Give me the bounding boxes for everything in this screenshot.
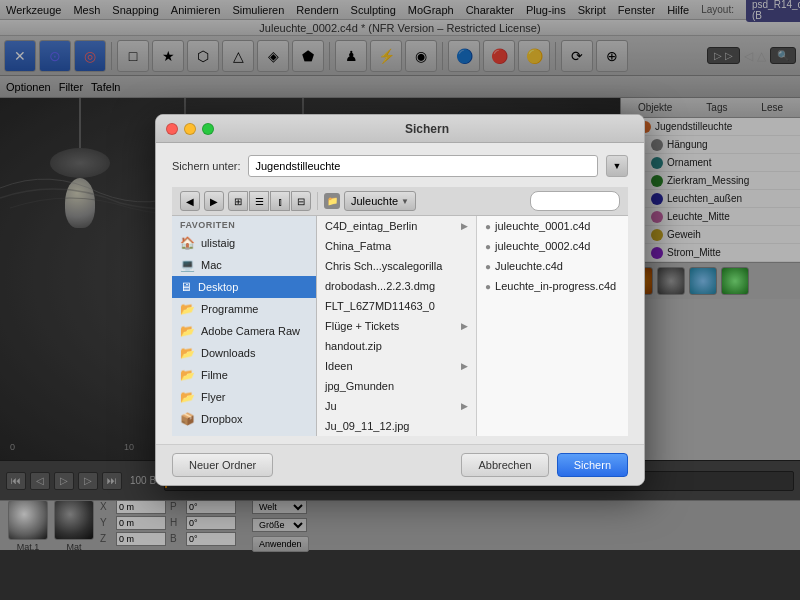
sidebar-item-ulistaig[interactable]: 🏠 ulistaig bbox=[172, 232, 316, 254]
sidebar-label: Programme bbox=[201, 303, 258, 315]
back-button[interactable]: ◀ bbox=[180, 191, 200, 211]
folder-item[interactable]: Ju ▶ bbox=[317, 396, 476, 416]
sidebar-label: ulistaig bbox=[201, 237, 235, 249]
maximize-button[interactable] bbox=[202, 123, 214, 135]
sidebar-label: Dropbox bbox=[201, 413, 243, 425]
browser-panes: FAVORITEN 🏠 ulistaig 💻 Mac 🖥 Desktop bbox=[172, 216, 628, 436]
home-icon: 🏠 bbox=[180, 236, 195, 250]
cancel-button[interactable]: Abbrechen bbox=[461, 453, 548, 477]
view-buttons: ⊞ ☰ ⫿ ⊟ bbox=[228, 191, 311, 211]
folder-icon: 📁 bbox=[324, 193, 340, 209]
filename-dropdown[interactable]: ▼ bbox=[606, 155, 628, 177]
folder-item[interactable]: Chris Sch...yscalegorilla bbox=[317, 256, 476, 276]
browser-toolbar: ◀ ▶ ⊞ ☰ ⫿ ⊟ 📁 Juleuchte ▼ bbox=[172, 187, 628, 216]
view-list[interactable]: ☰ bbox=[249, 191, 269, 211]
file-icon: ● bbox=[485, 281, 491, 292]
sidebar-label: Downloads bbox=[201, 347, 255, 359]
location-label: Juleuchte bbox=[351, 195, 398, 207]
folder-icon: 📂 bbox=[180, 390, 195, 404]
filename-input[interactable] bbox=[248, 155, 598, 177]
folder-item[interactable]: China_Fatma bbox=[317, 236, 476, 256]
sidebar-item-programme[interactable]: 📂 Programme bbox=[172, 298, 316, 320]
sidebar-item-mac[interactable]: 💻 Mac bbox=[172, 254, 316, 276]
dropbox-icon: 📦 bbox=[180, 412, 195, 426]
folder-icon: 📂 bbox=[180, 302, 195, 316]
sidebar-label: Adobe Camera Raw bbox=[201, 325, 300, 337]
dialog-titlebar: Sichern bbox=[156, 115, 644, 143]
file-icon: ● bbox=[485, 221, 491, 232]
toolbar-sep bbox=[317, 192, 318, 210]
new-folder-button[interactable]: Neuer Ordner bbox=[172, 453, 273, 477]
folder-item[interactable]: Flüge + Tickets ▶ bbox=[317, 316, 476, 336]
dialog-title: Sichern bbox=[220, 122, 634, 136]
favorites-header: FAVORITEN bbox=[172, 216, 316, 232]
location-button[interactable]: Juleuchte ▼ bbox=[344, 191, 416, 211]
arrow-icon: ▶ bbox=[461, 361, 468, 371]
file-item[interactable]: drobodash...2.2.3.dmg bbox=[317, 276, 476, 296]
file-icon: ● bbox=[485, 261, 491, 272]
dialog-body: Sichern unter: ▼ ◀ ▶ ⊞ ☰ ⫿ ⊟ 📁 Jule bbox=[156, 143, 644, 444]
c4d-file-1[interactable]: ● juleuchte_0001.c4d bbox=[477, 216, 628, 236]
browser-sidebar: FAVORITEN 🏠 ulistaig 💻 Mac 🖥 Desktop bbox=[172, 216, 317, 436]
view-col[interactable]: ⫿ bbox=[270, 191, 290, 211]
dialog-footer: Neuer Ordner Abbrechen Sichern bbox=[156, 444, 644, 485]
arrow-icon: ▶ bbox=[461, 321, 468, 331]
modal-overlay: Sichern Sichern unter: ▼ ◀ ▶ ⊞ ☰ ⫿ ⊟ bbox=[0, 0, 800, 600]
sidebar-item-flyer[interactable]: 📂 Flyer bbox=[172, 386, 316, 408]
close-button[interactable] bbox=[166, 123, 178, 135]
file-item[interactable]: Ju_09_11_12.jpg bbox=[317, 416, 476, 436]
folder-icon: 📂 bbox=[180, 368, 195, 382]
forward-button[interactable]: ▶ bbox=[204, 191, 224, 211]
browser-search-input[interactable] bbox=[530, 191, 620, 211]
sichern-button[interactable]: Sichern bbox=[557, 453, 628, 477]
folder-item[interactable]: Ideen ▶ bbox=[317, 356, 476, 376]
file-item[interactable]: handout.zip bbox=[317, 336, 476, 356]
folder-icon: 📂 bbox=[180, 324, 195, 338]
mac-icon: 💻 bbox=[180, 258, 195, 272]
folder-item[interactable]: C4D_eintag_Berlin ▶ bbox=[317, 216, 476, 236]
save-dialog: Sichern Sichern unter: ▼ ◀ ▶ ⊞ ☰ ⫿ ⊟ bbox=[155, 114, 645, 486]
file-icon: ● bbox=[485, 241, 491, 252]
view-cover[interactable]: ⊟ bbox=[291, 191, 311, 211]
sidebar-item-filme[interactable]: 📂 Filme bbox=[172, 364, 316, 386]
sidebar-item-acr[interactable]: 📂 Adobe Camera Raw bbox=[172, 320, 316, 342]
arrow-icon: ▶ bbox=[461, 401, 468, 411]
folder-icon: 📂 bbox=[180, 346, 195, 360]
sidebar-label: Filme bbox=[201, 369, 228, 381]
minimize-button[interactable] bbox=[184, 123, 196, 135]
c4d-file-3[interactable]: ● Juleuchte.c4d bbox=[477, 256, 628, 276]
file-item[interactable]: jpg_Gmunden bbox=[317, 376, 476, 396]
sidebar-item-desktop[interactable]: 🖥 Desktop bbox=[172, 276, 316, 298]
file-item[interactable]: FLT_L6Z7MD11463_0 bbox=[317, 296, 476, 316]
browser-main: C4D_eintag_Berlin ▶ China_Fatma Chris Sc… bbox=[317, 216, 628, 436]
chevron-down-icon: ▼ bbox=[401, 197, 409, 206]
browser-col-1: C4D_eintag_Berlin ▶ China_Fatma Chris Sc… bbox=[317, 216, 477, 436]
location-group: 📁 Juleuchte ▼ bbox=[324, 191, 526, 211]
sidebar-item-dropbox[interactable]: 📦 Dropbox bbox=[172, 408, 316, 430]
browser-col-2: ● juleuchte_0001.c4d ● juleuchte_0002.c4… bbox=[477, 216, 628, 436]
view-icon[interactable]: ⊞ bbox=[228, 191, 248, 211]
arrow-icon: ▶ bbox=[461, 221, 468, 231]
c4d-file-2[interactable]: ● juleuchte_0002.c4d bbox=[477, 236, 628, 256]
sidebar-label: Flyer bbox=[201, 391, 225, 403]
c4d-file-4[interactable]: ● Leuchte_in-progress.c4d bbox=[477, 276, 628, 296]
sidebar-item-downloads[interactable]: 📂 Downloads bbox=[172, 342, 316, 364]
desktop-icon: 🖥 bbox=[180, 280, 192, 294]
save-as-label: Sichern unter: bbox=[172, 160, 240, 172]
sidebar-label: Desktop bbox=[198, 281, 238, 293]
sidebar-label: Mac bbox=[201, 259, 222, 271]
filename-row: Sichern unter: ▼ bbox=[172, 155, 628, 177]
